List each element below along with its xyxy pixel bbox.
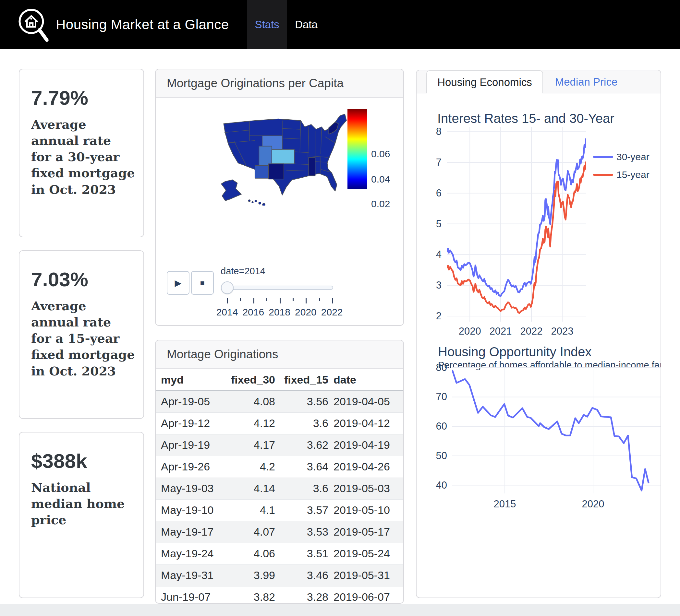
interest-chart-title: Interest Rates 15- and 30-Year bbox=[437, 111, 615, 126]
table-cell: May-19-10 bbox=[156, 499, 221, 521]
y-tick-label: 4 bbox=[436, 249, 442, 260]
table-header: mydfixed_30fixed_15date bbox=[156, 369, 403, 391]
table-cell: 3.6 bbox=[275, 477, 328, 499]
y-tick-label: 6 bbox=[436, 187, 442, 199]
table-cell: May-19-24 bbox=[156, 543, 221, 564]
x-tick-label: 2015 bbox=[494, 498, 516, 510]
y-tick-label: 5 bbox=[436, 218, 442, 230]
map-state-arizona bbox=[255, 165, 268, 178]
map-alaska bbox=[221, 180, 242, 201]
stat-card-15yr-rate: 7.03% Average annual rate for a 15-year … bbox=[19, 250, 144, 419]
stop-button[interactable]: ■ bbox=[191, 271, 214, 295]
table-row[interactable]: Jun-19-073.823.282019-06-07 bbox=[156, 586, 403, 604]
table-cell: 4.08 bbox=[221, 391, 275, 412]
interest-rates-chart: 20202021202220232345678 bbox=[417, 70, 661, 598]
mortgage-originations-table[interactable]: mydfixed_30fixed_15date Apr-19-054.083.5… bbox=[156, 369, 403, 604]
table-cell: 2019-05-24 bbox=[328, 543, 403, 564]
slider-tick-label: 2016 bbox=[239, 307, 268, 318]
table-row[interactable]: May-19-104.13.572019-05-10 bbox=[156, 499, 403, 521]
x-tick-label: 2021 bbox=[489, 325, 512, 337]
tab-housing-economics[interactable]: Housing Economics bbox=[426, 70, 543, 93]
play-icon: ▶ bbox=[175, 278, 182, 288]
legend-swatch-15-year bbox=[593, 174, 613, 176]
legend-item-30-year[interactable]: 30-year bbox=[593, 151, 650, 163]
table-cell: 2019-05-31 bbox=[328, 564, 403, 586]
map-card: Mortgage Originations per Capita bbox=[155, 69, 404, 326]
table-cell: 4.07 bbox=[221, 521, 275, 543]
table-cell: 4.17 bbox=[221, 434, 275, 456]
table-cell: 3.56 bbox=[275, 391, 328, 412]
x-tick-label: 2020 bbox=[459, 325, 481, 337]
nav-tab-stats[interactable]: Stats bbox=[247, 0, 287, 49]
y-tick-label: 40 bbox=[436, 479, 447, 491]
table-column-header: fixed_15 bbox=[275, 369, 328, 391]
table-cell: 2019-04-12 bbox=[328, 412, 403, 434]
colorbar-label: 0.04 bbox=[371, 174, 404, 185]
table-cell: 2019-05-17 bbox=[328, 521, 403, 543]
map-state-new-mexico bbox=[268, 164, 284, 179]
table-row[interactable]: May-19-313.993.462019-05-31 bbox=[156, 564, 403, 586]
y-tick-label: 7 bbox=[436, 156, 442, 168]
table-cell: 3.28 bbox=[275, 586, 328, 604]
map-state-mississippi bbox=[309, 157, 315, 176]
colorbar bbox=[347, 109, 367, 189]
map-state-utah bbox=[259, 146, 272, 165]
slider-handle[interactable] bbox=[221, 282, 234, 294]
series-line-hoi bbox=[452, 370, 649, 491]
y-tick-label: 50 bbox=[436, 450, 447, 461]
nav-tab-data[interactable]: Data bbox=[287, 0, 326, 49]
stat-description: Average annual rate for a 30-year fixed … bbox=[31, 116, 135, 198]
table-cell: 4.2 bbox=[221, 456, 275, 477]
table-row[interactable]: Apr-19-264.23.642019-04-26 bbox=[156, 456, 403, 477]
legend-label: 15-year bbox=[616, 169, 650, 180]
table-row[interactable]: Apr-19-124.123.62019-04-12 bbox=[156, 412, 403, 434]
navbar: Housing Market at a Glance Stats Data bbox=[0, 0, 680, 49]
table-cell: 2019-06-07 bbox=[328, 586, 403, 604]
us-choropleth-map[interactable] bbox=[208, 105, 357, 206]
series-line-15-year bbox=[447, 162, 586, 313]
table-cell: Apr-19-05 bbox=[156, 391, 221, 412]
table-cell: 3.51 bbox=[275, 543, 328, 564]
tab-median-price[interactable]: Median Price bbox=[546, 70, 627, 93]
play-button[interactable]: ▶ bbox=[167, 271, 190, 295]
legend-item-15-year[interactable]: 15-year bbox=[593, 169, 650, 180]
table-cell: 3.46 bbox=[275, 564, 328, 586]
table-cell: 3.99 bbox=[221, 564, 275, 586]
slider-track[interactable] bbox=[226, 286, 333, 290]
series-line-30-year bbox=[447, 138, 586, 296]
slider-tick-label: 2018 bbox=[265, 307, 294, 318]
table-cell: 3.82 bbox=[221, 586, 275, 604]
stat-card-median-price: $388k National median home price bbox=[19, 432, 144, 598]
slider-tick bbox=[227, 298, 228, 303]
y-tick-label: 70 bbox=[436, 391, 447, 402]
x-tick-label: 2020 bbox=[582, 498, 604, 510]
table-cell: 2019-04-19 bbox=[328, 434, 403, 456]
table-cell: Apr-19-12 bbox=[156, 412, 221, 434]
table-row[interactable]: May-19-244.063.512019-05-24 bbox=[156, 543, 403, 564]
table-row[interactable]: May-19-034.143.62019-05-03 bbox=[156, 477, 403, 499]
table-row[interactable]: Apr-19-194.173.622019-04-19 bbox=[156, 434, 403, 456]
housing-opportunity-chart: 201520204050607080 bbox=[417, 70, 661, 598]
stop-icon: ■ bbox=[200, 278, 205, 287]
table-row[interactable]: May-19-174.073.532019-05-17 bbox=[156, 521, 403, 543]
legend-swatch-30-year bbox=[593, 156, 613, 158]
table-cell: Apr-19-19 bbox=[156, 434, 221, 456]
colorbar-label: 0.02 bbox=[371, 198, 404, 209]
slider-tick bbox=[332, 298, 333, 303]
table-card: Mortage Originations mydfixed_30fixed_15… bbox=[155, 340, 404, 604]
table-cell: 2019-05-03 bbox=[328, 477, 403, 499]
table-cell: May-19-03 bbox=[156, 477, 221, 499]
hoi-chart-title: Housing Opportunity Index bbox=[438, 345, 592, 359]
table-cell: May-19-17 bbox=[156, 521, 221, 543]
stat-description: Average annual rate for a 15-year fixed … bbox=[31, 298, 135, 379]
window-bottom-strip bbox=[0, 604, 680, 616]
house-magnifier-logo-icon bbox=[15, 6, 54, 45]
table-cell: 3.64 bbox=[275, 456, 328, 477]
table-row[interactable]: Apr-19-054.083.562019-04-05 bbox=[156, 391, 403, 412]
table-cell: Jun-19-07 bbox=[156, 586, 221, 604]
table-card-title: Mortage Originations bbox=[156, 341, 403, 369]
slider-tick bbox=[319, 298, 320, 301]
slider-tick bbox=[240, 298, 241, 301]
slider-tick bbox=[253, 298, 254, 303]
y-tick-label: 8 bbox=[436, 126, 442, 137]
